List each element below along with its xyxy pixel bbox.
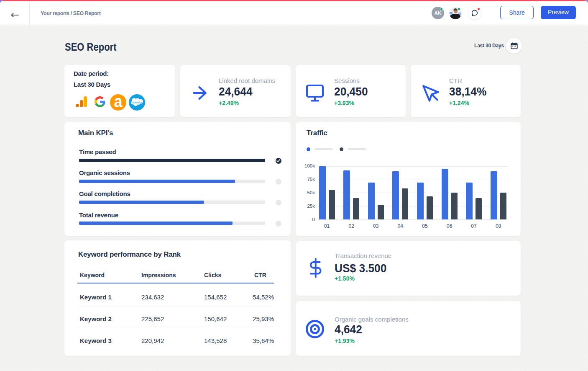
svg-text:salesforce: salesforce [132, 101, 142, 104]
